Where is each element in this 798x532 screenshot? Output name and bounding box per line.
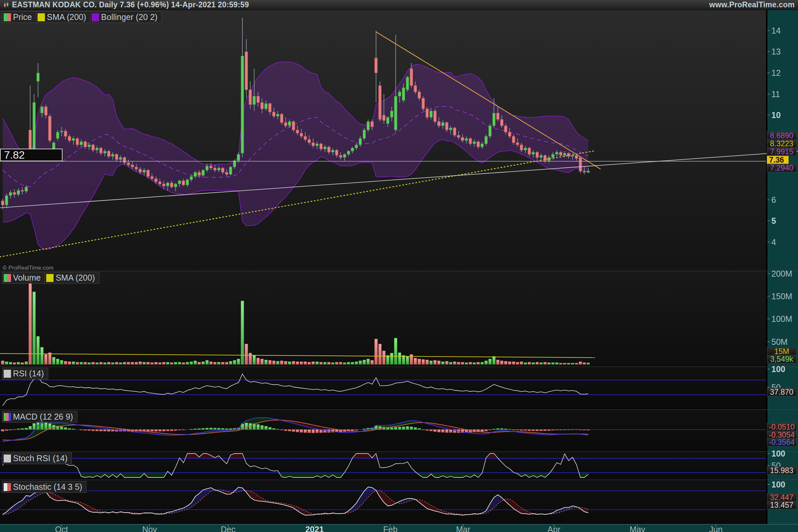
legend-label: Stoch RSI (14) bbox=[13, 454, 68, 463]
instrument-title: EASTMAN KODAK CO. Daily 7.36 (+0.96%) 14… bbox=[12, 0, 249, 9]
legend-price: PriceSMA (200)Bollinger (20 2) bbox=[2, 11, 162, 23]
legend-label: SMA (200) bbox=[56, 273, 95, 283]
website-link[interactable]: www.ProRealTime.com bbox=[709, 0, 795, 9]
legend-stochrsi: Stoch RSI (14) bbox=[2, 453, 72, 464]
time-axis-label-nov: Nov bbox=[142, 525, 157, 532]
legend-label: SMA (200) bbox=[47, 12, 86, 22]
legend-stochastic: Stochastic (14 3 5) bbox=[2, 481, 87, 493]
time-axis-label-2021: 2021 bbox=[305, 525, 324, 532]
axis-tick-label: 50M bbox=[772, 337, 788, 347]
watermark: © ProRealTime.com bbox=[3, 265, 54, 271]
axis-value-label: 13.457 bbox=[767, 501, 797, 509]
axis-value-label: 37.870 bbox=[767, 388, 797, 396]
legend-item-stoch-rsi-14[interactable]: Stoch RSI (14) bbox=[2, 453, 72, 464]
candlestick-icon bbox=[3, 2, 9, 8]
legend-item-stochastic-14-3-5[interactable]: Stochastic (14 3 5) bbox=[2, 481, 87, 493]
axis-tick-label: 200M bbox=[772, 269, 792, 279]
axis-tick-label: 100 bbox=[772, 449, 785, 458]
axis-tick-label: 13 bbox=[772, 47, 781, 57]
axis-tick-label: 5 bbox=[772, 216, 776, 226]
axis-value-label: 7.9915 bbox=[767, 148, 797, 156]
prorealtime-window: EASTMAN KODAK CO. Daily 7.36 (+0.96%) 14… bbox=[0, 0, 798, 532]
legend-item-sma-200[interactable]: SMA (200) bbox=[45, 272, 99, 284]
legend-label: RSI (14) bbox=[13, 369, 44, 378]
yellow-swatch-icon bbox=[46, 274, 54, 282]
purple-swatch-icon bbox=[92, 13, 99, 21]
axis-tick-label: 14 bbox=[772, 26, 781, 36]
candle2-swatch-icon bbox=[4, 274, 11, 282]
axis-value-label: -0.3564 bbox=[767, 438, 797, 446]
gray-swatch-icon bbox=[4, 370, 11, 378]
legend-item-rsi-14[interactable]: RSI (14) bbox=[2, 368, 48, 379]
axis-tick-label: 100M bbox=[772, 314, 792, 324]
legend-item-macd-12-26-9[interactable]: MACD (12 26 9) bbox=[2, 411, 77, 423]
legend-macd: MACD (12 26 9) bbox=[2, 411, 77, 423]
legend-label: Stochastic (14 3 5) bbox=[13, 482, 82, 492]
time-axis-label-feb: Feb bbox=[383, 525, 397, 532]
legend-rsi: RSI (14) bbox=[2, 368, 48, 379]
axis-tick-label: 12 bbox=[772, 68, 781, 78]
legend-item-volume[interactable]: Volume bbox=[2, 272, 45, 284]
axis-value-label: -0.0510 bbox=[767, 423, 797, 431]
legend-label: Price bbox=[13, 12, 32, 22]
axis-value-label: 7.2940 bbox=[767, 164, 797, 172]
axis-tick-label: 11 bbox=[772, 90, 780, 99]
gray-swatch-icon bbox=[4, 455, 11, 462]
axis-tick-label: 4 bbox=[772, 238, 776, 247]
time-axis-label-mar: Mar bbox=[456, 525, 470, 532]
legend-item-sma-200[interactable]: SMA (200) bbox=[36, 11, 91, 23]
time-axis-label-may: May bbox=[629, 525, 645, 532]
axis-tick-label: 100 bbox=[772, 364, 785, 374]
legend-item-bollinger-20-2[interactable]: Bollinger (20 2) bbox=[91, 11, 162, 23]
price-axis[interactable] bbox=[767, 10, 798, 524]
macd3-swatch-icon bbox=[4, 413, 11, 421]
legend-label: Volume bbox=[13, 273, 41, 283]
axis-tick-label: 150M bbox=[772, 291, 792, 301]
time-axis-label-jun: Jun bbox=[709, 525, 723, 532]
legend-volume: VolumeSMA (200) bbox=[2, 272, 99, 284]
time-axis-label-dec: Dec bbox=[221, 525, 235, 532]
axis-value-label: 8.3223 bbox=[767, 140, 797, 148]
axis-value-label: 3,549k bbox=[767, 355, 797, 363]
candle2-swatch-icon bbox=[4, 13, 11, 21]
legend-item-price[interactable]: Price bbox=[2, 11, 36, 23]
axis-value-label: 8.6890 bbox=[767, 132, 797, 140]
yellow-swatch-icon bbox=[38, 13, 45, 21]
title-bar: EASTMAN KODAK CO. Daily 7.36 (+0.96%) 14… bbox=[0, 0, 798, 10]
axis-value-label: 15.983 bbox=[767, 467, 797, 475]
legend-label: Bollinger (20 2) bbox=[101, 12, 158, 22]
last-price-label: 7.36 bbox=[767, 156, 789, 164]
axis-tick-label: 6 bbox=[772, 195, 776, 205]
time-axis-label-apr: Apr bbox=[548, 525, 560, 532]
legend-label: MACD (12 26 9) bbox=[13, 412, 73, 422]
axis-tick-label: 100 bbox=[772, 480, 785, 490]
horizontal-line-price-label: 7.82 bbox=[0, 149, 62, 161]
stoch2-swatch-icon bbox=[4, 483, 11, 491]
time-axis-label-oct: Oct bbox=[55, 525, 68, 532]
axis-tick-label: 10 bbox=[772, 110, 781, 120]
chart-canvas[interactable] bbox=[0, 0, 798, 532]
